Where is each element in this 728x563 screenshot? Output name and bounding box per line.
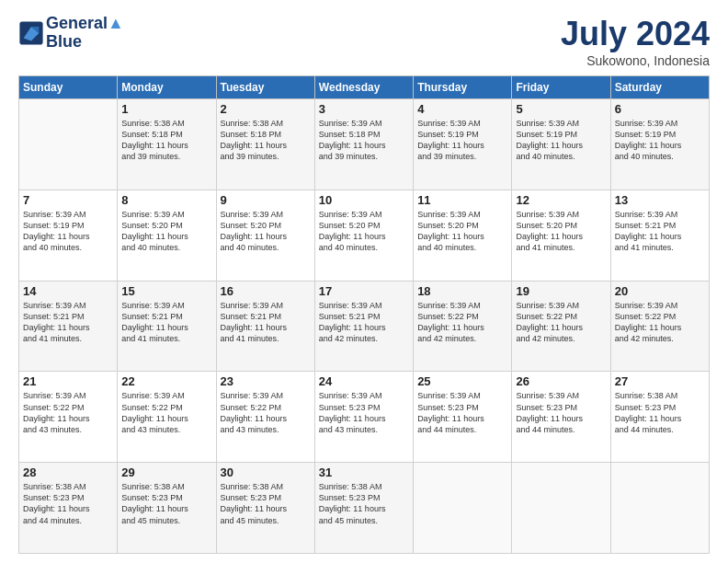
day-number: 27 — [615, 374, 705, 388]
calendar-week-row: 1Sunrise: 5:38 AM Sunset: 5:18 PM Daylig… — [19, 99, 710, 190]
logo-text: General▲ Blue — [46, 15, 124, 52]
table-row: 27Sunrise: 5:38 AM Sunset: 5:23 PM Dayli… — [610, 372, 709, 463]
day-number: 8 — [121, 193, 211, 207]
day-info: Sunrise: 5:38 AM Sunset: 5:18 PM Dayligh… — [121, 118, 211, 163]
day-info: Sunrise: 5:39 AM Sunset: 5:23 PM Dayligh… — [319, 390, 409, 435]
table-row: 16Sunrise: 5:39 AM Sunset: 5:21 PM Dayli… — [216, 281, 314, 372]
day-info: Sunrise: 5:39 AM Sunset: 5:20 PM Dayligh… — [221, 209, 311, 254]
table-row: 13Sunrise: 5:39 AM Sunset: 5:21 PM Dayli… — [610, 190, 709, 281]
table-row — [19, 99, 118, 190]
day-info: Sunrise: 5:38 AM Sunset: 5:23 PM Dayligh… — [121, 481, 211, 526]
day-info: Sunrise: 5:39 AM Sunset: 5:19 PM Dayligh… — [417, 118, 507, 163]
day-number: 5 — [516, 102, 606, 116]
day-number: 20 — [615, 284, 705, 298]
day-info: Sunrise: 5:39 AM Sunset: 5:21 PM Dayligh… — [615, 209, 705, 254]
day-number: 23 — [221, 374, 311, 388]
calendar-table: Sunday Monday Tuesday Wednesday Thursday… — [18, 75, 710, 554]
day-number: 4 — [417, 102, 507, 116]
day-number: 3 — [319, 102, 409, 116]
col-sunday: Sunday — [19, 76, 118, 99]
table-row: 25Sunrise: 5:39 AM Sunset: 5:23 PM Dayli… — [414, 372, 512, 463]
day-info: Sunrise: 5:39 AM Sunset: 5:22 PM Dayligh… — [615, 300, 705, 345]
day-number: 31 — [319, 465, 409, 479]
day-info: Sunrise: 5:39 AM Sunset: 5:21 PM Dayligh… — [319, 300, 409, 345]
col-saturday: Saturday — [610, 76, 709, 99]
table-row: 17Sunrise: 5:39 AM Sunset: 5:21 PM Dayli… — [314, 281, 413, 372]
day-info: Sunrise: 5:39 AM Sunset: 5:22 PM Dayligh… — [417, 300, 507, 345]
day-info: Sunrise: 5:39 AM Sunset: 5:20 PM Dayligh… — [319, 209, 409, 254]
col-tuesday: Tuesday — [216, 76, 314, 99]
table-row — [414, 463, 512, 554]
table-row: 11Sunrise: 5:39 AM Sunset: 5:20 PM Dayli… — [414, 190, 512, 281]
col-monday: Monday — [118, 76, 216, 99]
day-info: Sunrise: 5:38 AM Sunset: 5:23 PM Dayligh… — [319, 481, 409, 526]
table-row: 14Sunrise: 5:39 AM Sunset: 5:21 PM Dayli… — [19, 281, 118, 372]
day-number: 13 — [615, 193, 705, 207]
day-number: 2 — [221, 102, 311, 116]
day-info: Sunrise: 5:39 AM Sunset: 5:19 PM Dayligh… — [23, 209, 113, 254]
title-block: July 2024 Sukowono, Indonesia — [561, 15, 710, 68]
day-number: 6 — [615, 102, 705, 116]
day-number: 28 — [23, 465, 113, 479]
day-number: 19 — [516, 284, 606, 298]
day-number: 25 — [417, 374, 507, 388]
day-info: Sunrise: 5:39 AM Sunset: 5:19 PM Dayligh… — [615, 118, 705, 163]
table-row: 18Sunrise: 5:39 AM Sunset: 5:22 PM Dayli… — [414, 281, 512, 372]
logo-icon — [18, 20, 44, 46]
col-thursday: Thursday — [414, 76, 512, 99]
day-number: 9 — [221, 193, 311, 207]
day-number: 21 — [23, 374, 113, 388]
day-info: Sunrise: 5:38 AM Sunset: 5:23 PM Dayligh… — [615, 390, 705, 435]
table-row: 5Sunrise: 5:39 AM Sunset: 5:19 PM Daylig… — [512, 99, 610, 190]
day-info: Sunrise: 5:39 AM Sunset: 5:22 PM Dayligh… — [516, 300, 606, 345]
location: Sukowono, Indonesia — [561, 53, 710, 68]
month-title: July 2024 — [561, 15, 710, 53]
day-number: 18 — [417, 284, 507, 298]
day-info: Sunrise: 5:38 AM Sunset: 5:18 PM Dayligh… — [221, 118, 311, 163]
day-number: 24 — [319, 374, 409, 388]
table-row: 26Sunrise: 5:39 AM Sunset: 5:23 PM Dayli… — [512, 372, 610, 463]
day-info: Sunrise: 5:39 AM Sunset: 5:21 PM Dayligh… — [121, 300, 211, 345]
col-wednesday: Wednesday — [314, 76, 413, 99]
logo: General▲ Blue — [18, 15, 124, 52]
day-info: Sunrise: 5:39 AM Sunset: 5:20 PM Dayligh… — [121, 209, 211, 254]
day-number: 29 — [121, 465, 211, 479]
table-row: 19Sunrise: 5:39 AM Sunset: 5:22 PM Dayli… — [512, 281, 610, 372]
day-number: 26 — [516, 374, 606, 388]
table-row — [610, 463, 709, 554]
day-number: 1 — [121, 102, 211, 116]
calendar-header-row: Sunday Monday Tuesday Wednesday Thursday… — [19, 76, 710, 99]
day-number: 11 — [417, 193, 507, 207]
table-row: 3Sunrise: 5:39 AM Sunset: 5:18 PM Daylig… — [314, 99, 413, 190]
day-number: 22 — [121, 374, 211, 388]
table-row: 23Sunrise: 5:39 AM Sunset: 5:22 PM Dayli… — [216, 372, 314, 463]
day-info: Sunrise: 5:39 AM Sunset: 5:23 PM Dayligh… — [516, 390, 606, 435]
day-info: Sunrise: 5:39 AM Sunset: 5:19 PM Dayligh… — [516, 118, 606, 163]
table-row — [512, 463, 610, 554]
day-info: Sunrise: 5:39 AM Sunset: 5:22 PM Dayligh… — [221, 390, 311, 435]
day-number: 16 — [221, 284, 311, 298]
table-row: 28Sunrise: 5:38 AM Sunset: 5:23 PM Dayli… — [19, 463, 118, 554]
calendar-week-row: 7Sunrise: 5:39 AM Sunset: 5:19 PM Daylig… — [19, 190, 710, 281]
table-row: 21Sunrise: 5:39 AM Sunset: 5:22 PM Dayli… — [19, 372, 118, 463]
day-info: Sunrise: 5:39 AM Sunset: 5:21 PM Dayligh… — [23, 300, 113, 345]
table-row: 31Sunrise: 5:38 AM Sunset: 5:23 PM Dayli… — [314, 463, 413, 554]
table-row: 12Sunrise: 5:39 AM Sunset: 5:20 PM Dayli… — [512, 190, 610, 281]
day-info: Sunrise: 5:39 AM Sunset: 5:23 PM Dayligh… — [417, 390, 507, 435]
table-row: 22Sunrise: 5:39 AM Sunset: 5:22 PM Dayli… — [118, 372, 216, 463]
day-number: 30 — [221, 465, 311, 479]
day-info: Sunrise: 5:38 AM Sunset: 5:23 PM Dayligh… — [23, 481, 113, 526]
table-row: 30Sunrise: 5:38 AM Sunset: 5:23 PM Dayli… — [216, 463, 314, 554]
table-row: 24Sunrise: 5:39 AM Sunset: 5:23 PM Dayli… — [314, 372, 413, 463]
day-number: 10 — [319, 193, 409, 207]
table-row: 9Sunrise: 5:39 AM Sunset: 5:20 PM Daylig… — [216, 190, 314, 281]
header: General▲ Blue July 2024 Sukowono, Indone… — [18, 15, 710, 68]
table-row: 29Sunrise: 5:38 AM Sunset: 5:23 PM Dayli… — [118, 463, 216, 554]
table-row: 10Sunrise: 5:39 AM Sunset: 5:20 PM Dayli… — [314, 190, 413, 281]
day-number: 14 — [23, 284, 113, 298]
day-info: Sunrise: 5:39 AM Sunset: 5:22 PM Dayligh… — [121, 390, 211, 435]
day-info: Sunrise: 5:39 AM Sunset: 5:20 PM Dayligh… — [417, 209, 507, 254]
table-row: 20Sunrise: 5:39 AM Sunset: 5:22 PM Dayli… — [610, 281, 709, 372]
col-friday: Friday — [512, 76, 610, 99]
day-number: 15 — [121, 284, 211, 298]
